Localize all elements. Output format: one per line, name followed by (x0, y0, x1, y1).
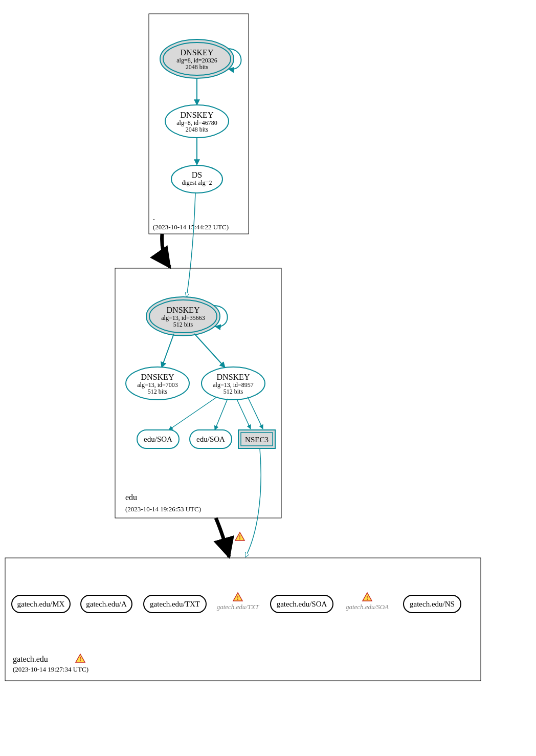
warning-icon: ! (76, 654, 85, 663)
edu-zsk-b-bits: 512 bits (224, 388, 243, 395)
svg-text:!: ! (366, 594, 368, 601)
gatech-soa-label: gatech.edu/SOA (277, 600, 327, 608)
root-dnskey-ksk-bits: 2048 bits (186, 63, 209, 71)
root-dnskey-ksk-title: DNSKEY (181, 48, 214, 57)
root-ds-title: DS (192, 170, 202, 179)
edu-dnskey-zsk-b[interactable]: DNSKEY alg=13, id=8957 512 bits (202, 367, 265, 400)
edu-soa-a[interactable]: edu/SOA (137, 430, 179, 448)
gatech-soa-warn[interactable]: ! gatech.edu/SOA (346, 593, 389, 611)
zone-edu-name: edu (125, 493, 137, 502)
edge-edu-zsk-soa-a (169, 397, 217, 430)
root-dnskey-zsk-title: DNSKEY (181, 111, 214, 119)
edu-soa-b-label: edu/SOA (196, 435, 225, 443)
root-dnskey-ksk-alg: alg=8, id=20326 (176, 57, 217, 64)
edu-dnskey-ksk-alg: alg=13, id=35663 (161, 314, 205, 321)
edge-nsec3-gatech (245, 448, 261, 557)
root-dnskey-ksk[interactable]: DNSKEY alg=8, id=20326 2048 bits (160, 39, 234, 78)
zone-gatech: gatech.edu/MX gatech.edu/A gatech.edu/TX… (5, 558, 481, 681)
edu-zsk-a-title: DNSKEY (141, 373, 174, 381)
edu-zsk-b-title: DNSKEY (217, 373, 250, 381)
gatech-txt-warn[interactable]: ! gatech.edu/TXT (217, 593, 259, 611)
svg-text:!: ! (239, 534, 241, 541)
zone-root-time: (2023-10-14 15:44:22 UTC) (153, 223, 229, 231)
gatech-txt-warn-label: gatech.edu/TXT (217, 603, 259, 611)
warning-icon: ! (363, 593, 372, 601)
edu-soa-b[interactable]: edu/SOA (190, 430, 232, 448)
edu-dnskey-ksk-bits: 512 bits (173, 321, 193, 328)
edge-root-edu-delegation (162, 234, 170, 267)
edu-zsk-b-alg: alg=13, id=8957 (213, 381, 254, 388)
gatech-mx-label: gatech.edu/MX (17, 600, 65, 608)
gatech-soa-warn-label: gatech.edu/SOA (346, 603, 389, 611)
warning-icon: ! (235, 532, 244, 541)
edu-dnskey-ksk-title: DNSKEY (167, 306, 200, 314)
edge-edu-zsk-nsec3-a (237, 399, 251, 429)
edge-edu-zsk-soa-b (215, 399, 228, 430)
edge-ds-edu-dnskey (187, 193, 195, 297)
zone-gatech-time: (2023-10-14 19:27:34 UTC) (13, 665, 88, 673)
svg-text:!: ! (79, 656, 81, 663)
gatech-a-label: gatech.edu/A (86, 600, 127, 608)
zone-gatech-name: gatech.edu (13, 655, 48, 664)
edu-zsk-a-alg: alg=13, id=7003 (137, 381, 178, 388)
edu-zsk-a-bits: 512 bits (148, 388, 168, 395)
gatech-txt-label: gatech.edu/TXT (150, 600, 200, 608)
nsec3[interactable]: NSEC3 (238, 430, 275, 448)
root-dnskey-zsk-bits: 2048 bits (186, 126, 209, 133)
edu-dnskey-ksk[interactable]: DNSKEY alg=13, id=35663 512 bits (146, 297, 220, 336)
edge-edu-ksk-zsk-a (162, 334, 174, 368)
gatech-mx[interactable]: gatech.edu/MX (12, 595, 70, 613)
edu-soa-a-label: edu/SOA (144, 435, 172, 443)
edge-edu-gatech-delegation (216, 518, 229, 557)
gatech-soa[interactable]: gatech.edu/SOA (271, 595, 333, 613)
root-dnskey-zsk-alg: alg=8, id=46780 (176, 119, 217, 126)
gatech-txt[interactable]: gatech.edu/TXT (144, 595, 206, 613)
gatech-ns[interactable]: gatech.edu/NS (404, 595, 461, 613)
zone-edu-time: (2023-10-14 19:26:53 UTC) (125, 505, 201, 513)
zone-root: DNSKEY alg=8, id=20326 2048 bits DNSKEY … (149, 14, 249, 234)
nsec3-label: NSEC3 (245, 436, 269, 444)
edge-edu-zsk-nsec3-b (248, 397, 263, 429)
edu-dnskey-zsk-a[interactable]: DNSKEY alg=13, id=7003 512 bits (126, 367, 189, 400)
root-ds-alg: digest alg=2 (182, 179, 212, 186)
gatech-ns-label: gatech.edu/NS (410, 600, 455, 608)
edge-edu-ksk-zsk-b (194, 334, 225, 368)
zone-edu: DNSKEY alg=13, id=35663 512 bits DNSKEY … (115, 268, 281, 518)
svg-text:!: ! (237, 594, 239, 601)
zone-root-name: . (153, 213, 155, 222)
gatech-a[interactable]: gatech.edu/A (81, 595, 132, 613)
root-dnskey-zsk[interactable]: DNSKEY alg=8, id=46780 2048 bits (165, 105, 229, 138)
root-ds[interactable]: DS digest alg=2 (171, 165, 222, 193)
warning-icon: ! (233, 593, 242, 601)
